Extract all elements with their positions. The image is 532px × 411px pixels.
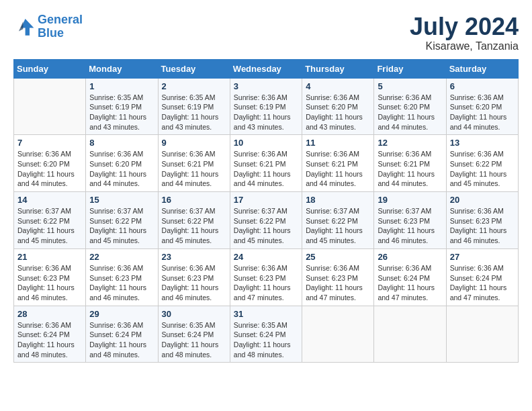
day-info: Sunrise: 6:36 AM Sunset: 6:21 PM Dayligh… <box>378 149 442 189</box>
sunset-text: Sunset: 6:20 PM <box>89 159 154 169</box>
day-number: 5 <box>378 81 442 91</box>
sunset-text: Sunset: 6:23 PM <box>162 273 226 283</box>
sunrise-text: Sunrise: 6:37 AM <box>162 206 226 216</box>
day-number: 7 <box>17 138 82 148</box>
sunset-text: Sunset: 6:20 PM <box>378 102 442 112</box>
day-info: Sunrise: 6:36 AM Sunset: 6:20 PM Dayligh… <box>378 93 442 132</box>
daylight-text: Daylight: 11 hours and 45 minutes. <box>89 226 154 245</box>
sunset-text: Sunset: 6:23 PM <box>378 216 442 226</box>
day-number: 22 <box>89 252 154 262</box>
sunrise-text: Sunrise: 6:35 AM <box>234 320 298 330</box>
calendar-header-row: Sunday Monday Tuesday Wednesday Thursday… <box>14 59 519 78</box>
daylight-text: Daylight: 11 hours and 47 minutes. <box>378 283 442 302</box>
day-number: 24 <box>234 252 298 262</box>
sunset-text: Sunset: 6:24 PM <box>234 330 298 340</box>
calendar-cell: 20 Sunrise: 6:36 AM Sunset: 6:23 PM Dayl… <box>446 192 518 249</box>
location: Kisarawe, Tanzania <box>410 40 519 52</box>
sunset-text: Sunset: 6:23 PM <box>306 273 370 283</box>
calendar-week-row: 14 Sunrise: 6:37 AM Sunset: 6:22 PM Dayl… <box>14 192 519 249</box>
sunrise-text: Sunrise: 6:36 AM <box>450 149 515 159</box>
calendar-cell: 29 Sunrise: 6:36 AM Sunset: 6:24 PM Dayl… <box>86 306 158 363</box>
sunset-text: Sunset: 6:23 PM <box>17 273 82 283</box>
calendar-cell: 15 Sunrise: 6:37 AM Sunset: 6:22 PM Dayl… <box>86 192 158 249</box>
sunrise-text: Sunrise: 6:36 AM <box>378 149 442 159</box>
calendar-cell: 21 Sunrise: 6:36 AM Sunset: 6:23 PM Dayl… <box>14 248 86 306</box>
calendar-cell: 16 Sunrise: 6:37 AM Sunset: 6:22 PM Dayl… <box>158 192 230 249</box>
day-info: Sunrise: 6:36 AM Sunset: 6:24 PM Dayligh… <box>378 263 442 303</box>
day-number: 8 <box>89 138 154 148</box>
daylight-text: Daylight: 11 hours and 47 minutes. <box>234 283 298 302</box>
sunset-text: Sunset: 6:21 PM <box>162 159 226 169</box>
day-info: Sunrise: 6:37 AM Sunset: 6:22 PM Dayligh… <box>306 206 370 246</box>
col-thursday: Thursday <box>302 59 374 78</box>
sunrise-text: Sunrise: 6:36 AM <box>17 320 82 330</box>
calendar-cell: 8 Sunrise: 6:36 AM Sunset: 6:20 PM Dayli… <box>86 135 158 192</box>
day-number: 4 <box>306 81 370 91</box>
daylight-text: Daylight: 11 hours and 45 minutes. <box>162 226 226 245</box>
daylight-text: Daylight: 11 hours and 46 minutes. <box>89 283 154 302</box>
day-info: Sunrise: 6:36 AM Sunset: 6:21 PM Dayligh… <box>162 149 226 189</box>
day-number: 3 <box>234 81 298 91</box>
sunset-text: Sunset: 6:22 PM <box>234 216 298 226</box>
sunset-text: Sunset: 6:20 PM <box>17 159 82 169</box>
daylight-text: Daylight: 11 hours and 47 minutes. <box>450 283 515 302</box>
day-info: Sunrise: 6:36 AM Sunset: 6:21 PM Dayligh… <box>234 149 298 189</box>
sunrise-text: Sunrise: 6:36 AM <box>378 93 442 103</box>
sunrise-text: Sunrise: 6:36 AM <box>306 93 370 103</box>
sunrise-text: Sunrise: 6:36 AM <box>450 206 515 216</box>
day-info: Sunrise: 6:36 AM Sunset: 6:23 PM Dayligh… <box>306 263 370 303</box>
day-info: Sunrise: 6:37 AM Sunset: 6:22 PM Dayligh… <box>89 206 154 246</box>
day-number: 17 <box>234 195 298 205</box>
logo-text: General Blue <box>38 13 83 40</box>
calendar-cell: 25 Sunrise: 6:36 AM Sunset: 6:23 PM Dayl… <box>302 248 374 306</box>
sunset-text: Sunset: 6:19 PM <box>89 102 154 112</box>
calendar-cell: 27 Sunrise: 6:36 AM Sunset: 6:24 PM Dayl… <box>446 248 518 306</box>
day-number: 12 <box>378 138 442 148</box>
daylight-text: Daylight: 11 hours and 44 minutes. <box>378 112 442 132</box>
calendar-cell: 12 Sunrise: 6:36 AM Sunset: 6:21 PM Dayl… <box>374 135 446 192</box>
calendar-week-row: 7 Sunrise: 6:36 AM Sunset: 6:20 PM Dayli… <box>14 135 519 192</box>
calendar-cell: 3 Sunrise: 6:36 AM Sunset: 6:19 PM Dayli… <box>230 78 302 135</box>
sunrise-text: Sunrise: 6:36 AM <box>17 263 82 273</box>
daylight-text: Daylight: 11 hours and 44 minutes. <box>17 169 82 189</box>
day-number: 15 <box>89 195 154 205</box>
day-info: Sunrise: 6:37 AM Sunset: 6:23 PM Dayligh… <box>378 206 442 246</box>
sunrise-text: Sunrise: 6:37 AM <box>306 206 370 216</box>
day-number: 14 <box>17 195 82 205</box>
day-info: Sunrise: 6:35 AM Sunset: 6:19 PM Dayligh… <box>162 93 226 132</box>
col-wednesday: Wednesday <box>230 59 302 78</box>
sunset-text: Sunset: 6:23 PM <box>450 216 515 226</box>
sunset-text: Sunset: 6:21 PM <box>378 159 442 169</box>
day-number: 31 <box>234 309 298 319</box>
sunset-text: Sunset: 6:24 PM <box>89 330 154 340</box>
sunset-text: Sunset: 6:24 PM <box>450 273 515 283</box>
logo: General Blue <box>13 13 83 40</box>
day-number: 26 <box>378 252 442 262</box>
day-info: Sunrise: 6:35 AM Sunset: 6:24 PM Dayligh… <box>234 320 298 360</box>
daylight-text: Daylight: 11 hours and 48 minutes. <box>89 340 154 359</box>
calendar-cell: 10 Sunrise: 6:36 AM Sunset: 6:21 PM Dayl… <box>230 135 302 192</box>
sunset-text: Sunset: 6:20 PM <box>306 102 370 112</box>
day-number: 25 <box>306 252 370 262</box>
col-monday: Monday <box>86 59 158 78</box>
day-info: Sunrise: 6:36 AM Sunset: 6:23 PM Dayligh… <box>450 206 515 246</box>
calendar-cell: 14 Sunrise: 6:37 AM Sunset: 6:22 PM Dayl… <box>14 192 86 249</box>
sunrise-text: Sunrise: 6:35 AM <box>162 93 226 103</box>
sunrise-text: Sunrise: 6:36 AM <box>450 263 515 273</box>
day-info: Sunrise: 6:37 AM Sunset: 6:22 PM Dayligh… <box>17 206 82 246</box>
calendar-cell: 2 Sunrise: 6:35 AM Sunset: 6:19 PM Dayli… <box>158 78 230 135</box>
day-number: 20 <box>450 195 515 205</box>
calendar-cell: 9 Sunrise: 6:36 AM Sunset: 6:21 PM Dayli… <box>158 135 230 192</box>
sunrise-text: Sunrise: 6:36 AM <box>162 263 226 273</box>
daylight-text: Daylight: 11 hours and 44 minutes. <box>89 169 154 189</box>
title-block: July 2024 Kisarawe, Tanzania <box>410 13 519 52</box>
sunset-text: Sunset: 6:23 PM <box>89 273 154 283</box>
calendar-cell: 23 Sunrise: 6:36 AM Sunset: 6:23 PM Dayl… <box>158 248 230 306</box>
daylight-text: Daylight: 11 hours and 45 minutes. <box>234 226 298 245</box>
sunset-text: Sunset: 6:20 PM <box>450 102 515 112</box>
daylight-text: Daylight: 11 hours and 44 minutes. <box>306 169 370 189</box>
daylight-text: Daylight: 11 hours and 45 minutes. <box>450 169 515 189</box>
calendar-cell: 18 Sunrise: 6:37 AM Sunset: 6:22 PM Dayl… <box>302 192 374 249</box>
sunrise-text: Sunrise: 6:36 AM <box>162 149 226 159</box>
day-number: 2 <box>162 81 226 91</box>
